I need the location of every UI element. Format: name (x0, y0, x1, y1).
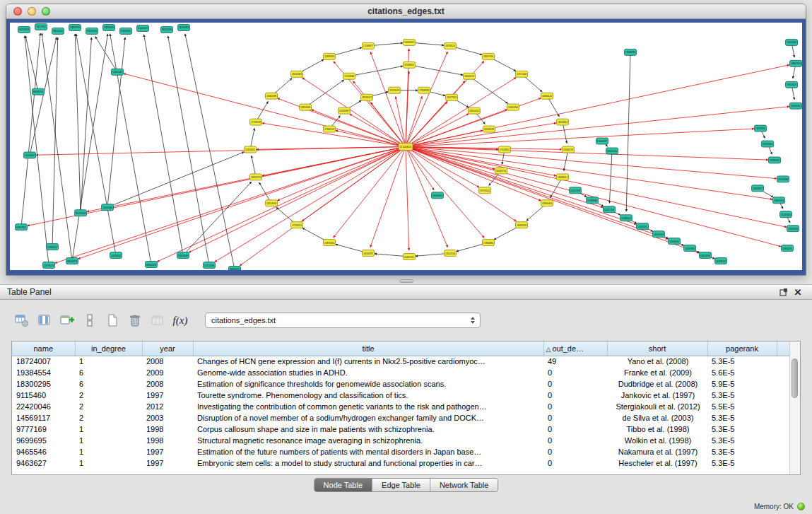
graph-node[interactable]: 16205713 (495, 168, 507, 174)
graph-node[interactable]: 16477518 (446, 94, 458, 100)
column-header-in_degree[interactable]: in_degree (75, 341, 142, 356)
tab-network-table[interactable]: Network Table (430, 479, 498, 491)
graph-node[interactable]: 15461964 (507, 104, 519, 110)
graph-node[interactable]: 17254021 (291, 222, 303, 228)
table-row[interactable]: 977716911998Corpus callosum shape and si… (12, 424, 791, 435)
table-row[interactable]: 1830029562008Estimation of significance … (12, 378, 791, 390)
graph-node[interactable]: 19302845 (786, 39, 798, 45)
graph-node[interactable]: 18316207 (361, 94, 373, 100)
window-titlebar[interactable]: citations_edges.txt (6, 4, 806, 19)
tab-edge-table[interactable]: Edge Table (372, 479, 430, 491)
graph-node[interactable]: 12421709 (604, 206, 616, 213)
column-header-title[interactable]: title (193, 341, 543, 356)
graph-node[interactable]: 16906122 (541, 93, 553, 99)
graph-node[interactable]: 15464027 (596, 138, 608, 144)
graph-node[interactable]: 15820308 (300, 104, 312, 110)
graph-node[interactable]: 18043712 (464, 73, 476, 79)
import-table-button[interactable] (147, 310, 168, 330)
graph-node[interactable]: 17571346 (516, 71, 528, 77)
table-options-button[interactable] (11, 310, 33, 330)
graph-node[interactable]: 15942236 (606, 148, 618, 154)
graph-node[interactable]: 16462742 (404, 254, 416, 260)
graph-node[interactable]: 15876300 (324, 240, 336, 246)
table-row[interactable]: 1456911722003Disruption of a novel membe… (12, 412, 791, 424)
graph-node[interactable]: 18694051 (790, 103, 802, 109)
graph-node[interactable]: 18775204 (479, 187, 491, 194)
graph-node[interactable]: 10398052 (47, 244, 59, 250)
table-scrollbar-thumb[interactable] (792, 358, 798, 398)
graph-node[interactable]: 17135278 (250, 119, 262, 125)
graph-node[interactable]: 16189501 (404, 62, 416, 68)
graph-node[interactable]: 19012103 (445, 250, 457, 257)
graph-node[interactable]: 14528906 (755, 125, 767, 132)
new-table-button[interactable] (102, 310, 123, 330)
graph-node[interactable]: 16055061 (404, 39, 416, 45)
graph-node[interactable]: 11154490 (178, 24, 190, 30)
graph-node[interactable]: 9603196 (161, 26, 173, 33)
graph-node[interactable]: 19145451 (432, 192, 444, 199)
graph-node[interactable]: 16582059 (516, 222, 528, 228)
graph-node[interactable]: 18698321 (557, 174, 569, 180)
graph-node[interactable]: 10206647 (24, 152, 36, 158)
graph-node[interactable]: 18430276 (782, 245, 794, 252)
graph-node[interactable]: 19648794 (625, 49, 637, 55)
graph-node[interactable]: 15124029 (389, 87, 401, 93)
graph-node[interactable]: 18504423 (469, 107, 481, 114)
graph-node[interactable]: 12021708 (570, 187, 582, 194)
graph-node[interactable]: 13014026 (700, 252, 712, 259)
graph-node[interactable]: 11498201 (715, 258, 727, 264)
graph-node[interactable]: 18925774 (250, 174, 262, 180)
graph-node[interactable]: 15699294 (324, 53, 336, 59)
graph-node[interactable]: 9950105 (146, 262, 158, 268)
graph-node[interactable]: 13976630 (762, 141, 774, 147)
table-row[interactable]: 2242004622012Investigating the contribut… (12, 401, 791, 412)
table-row[interactable]: 1872400712008Changes of HCN gene express… (12, 356, 791, 367)
table-row[interactable]: 911546021997Tourette syndrome. Phenomeno… (12, 390, 791, 401)
graph-node[interactable]: 14902744 (773, 197, 785, 204)
panel-splitter-handle[interactable] (399, 279, 413, 283)
graph-node[interactable]: 11589002 (620, 215, 632, 221)
column-header-name[interactable]: name (12, 341, 75, 356)
table-select-dropdown[interactable]: citations_edges.txt (205, 313, 481, 328)
graph-node[interactable]: 15007166 (483, 53, 495, 59)
graph-node[interactable]: 15950004 (541, 200, 553, 206)
graph-node[interactable]: 9458341 (120, 28, 132, 34)
graph-node[interactable]: 18867920 (790, 60, 802, 66)
table-row[interactable]: 946554611997Estimation of the future num… (12, 446, 791, 457)
function-builder-button[interactable]: f(x) (170, 310, 191, 330)
column-header-pagerank[interactable]: pagerank (707, 341, 777, 356)
graph-node[interactable]: 19510473 (786, 81, 798, 88)
graph-node[interactable]: 10501846 (102, 204, 114, 211)
graph-node[interactable]: 10577902 (35, 23, 47, 30)
graph-node[interactable]: 11468274 (563, 146, 575, 153)
graph-node[interactable]: 9849374 (33, 88, 45, 95)
graph-node[interactable]: 18413309 (291, 71, 303, 77)
graph-node[interactable]: 11788830 (587, 197, 599, 204)
graph-node[interactable]: 10778213 (43, 262, 55, 269)
column-header-short[interactable]: short (607, 341, 707, 356)
table-row[interactable]: 969969511998Structural magnetic resonanc… (12, 435, 791, 446)
graph-node[interactable]: 13247605 (780, 211, 792, 218)
graph-node[interactable]: 16280087 (339, 107, 351, 114)
graph-node[interactable]: 11026207 (137, 25, 149, 31)
graph-node[interactable]: 9715203 (18, 26, 30, 33)
graph-node[interactable]: 12845190 (669, 238, 681, 245)
graph-node[interactable]: 12637415 (637, 223, 649, 230)
rows-button[interactable] (79, 310, 100, 330)
graph-node[interactable]: 9890415 (229, 267, 241, 270)
graph-node[interactable]: 9482902 (16, 224, 28, 230)
graph-node[interactable]: 19125608 (777, 176, 789, 182)
network-canvas[interactable]: 1724082111468274186983211595000416582059… (10, 23, 802, 270)
graph-node[interactable]: 10634502 (110, 252, 122, 259)
create-column-button[interactable] (57, 310, 78, 330)
table-row[interactable]: 1938455462009Genome-wide association stu… (12, 367, 791, 378)
graph-node[interactable]: 17366742 (324, 126, 336, 132)
graph-node[interactable]: 15328199 (483, 126, 495, 132)
graph-node[interactable]: 17894880 (483, 240, 495, 246)
graph-node[interactable]: 17220838 (343, 73, 355, 79)
graph-node[interactable]: 16382098 (266, 93, 278, 99)
graph-node[interactable]: 17908936 (418, 87, 430, 93)
graph-node[interactable]: 17103941 (499, 146, 511, 153)
graph-node[interactable]: 18544903 (557, 119, 569, 125)
graph-node[interactable]: 15318031 (245, 146, 257, 153)
